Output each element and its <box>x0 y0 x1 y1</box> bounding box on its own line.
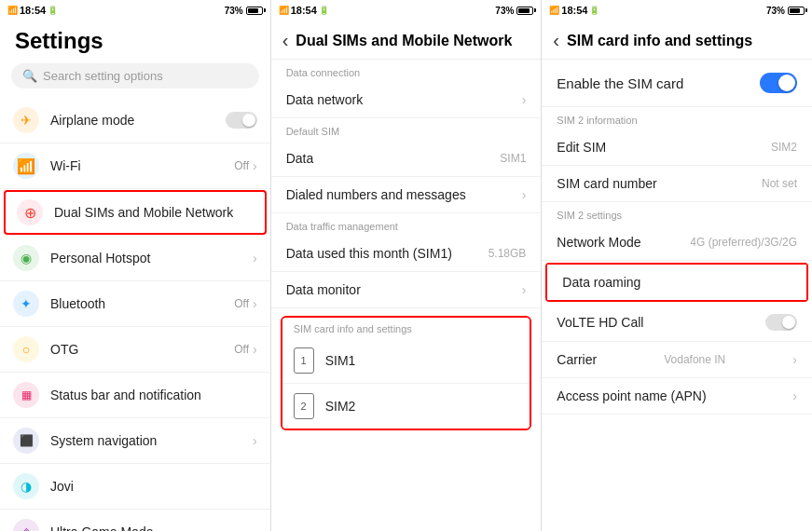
wifi-icon: 📶 <box>13 153 39 179</box>
navigation-icon: ⬛ <box>13 428 39 454</box>
settings-item-airplane[interactable]: ✈ Airplane mode <box>0 98 270 143</box>
settings-item-bluetooth[interactable]: ✦ Bluetooth Off › <box>0 281 270 327</box>
settings-item-statusbar[interactable]: ▦ Status bar and notification <box>0 373 270 418</box>
signal-icon-3: 📶 <box>549 6 559 15</box>
otg-label: OTG <box>50 342 234 357</box>
status-bar-2: 📶 18:54 🔋 73% <box>271 0 542 20</box>
time-2: 18:54 <box>291 5 317 16</box>
airplane-toggle[interactable] <box>226 112 257 129</box>
panel2-header: ‹ Dual SIMs and Mobile Network <box>271 20 542 60</box>
battery-icon-2 <box>516 7 533 15</box>
settings-item-gamemode[interactable]: ◈ Ultra Game Mode <box>0 510 270 531</box>
panel-settings: 📶 18:54 🔋 73% Settings 🔍 Search setting … <box>0 0 271 531</box>
enable-sim-label: Enable the SIM card <box>557 75 683 91</box>
dual-sim-icon: ⊕ <box>17 199 43 225</box>
section-sim2-settings: SIM 2 settings <box>542 202 812 225</box>
otg-icon: ○ <box>13 336 39 362</box>
panel-dual-sim: 📶 18:54 🔋 73% ‹ Dual SIMs and Mobile Net… <box>271 0 543 531</box>
list-item-data-used[interactable]: Data used this month (SIM1) 5.18GB <box>271 236 542 272</box>
status-bar-3: 📶 18:54 🔋 73% <box>542 0 812 20</box>
statusbar-icon: ▦ <box>13 382 39 408</box>
charging-icon-2: 🔋 <box>319 6 329 15</box>
back-button-3[interactable]: ‹ <box>553 30 559 51</box>
settings-item-hotspot[interactable]: ◉ Personal Hotspot › <box>0 236 270 281</box>
sim-item-2[interactable]: 2 SIM2 <box>282 384 530 429</box>
list-item-data-monitor[interactable]: Data monitor › <box>271 272 542 308</box>
navigation-label: System navigation <box>50 433 253 448</box>
panel3-title: SIM card info and settings <box>567 33 752 49</box>
list-item-apn[interactable]: Access point name (APN) › <box>542 378 812 415</box>
sim-card-section: SIM card info and settings 1 SIM1 2 SIM2 <box>281 316 532 430</box>
list-item-network-mode[interactable]: Network Mode 4G (preferred)/3G/2G <box>542 225 812 261</box>
section-data-connection: Data connection <box>271 60 542 82</box>
sim1-icon: 1 <box>294 347 314 374</box>
sim2-icon: 2 <box>294 393 314 419</box>
settings-item-jovi[interactable]: ◑ Jovi <box>0 464 270 510</box>
section-default-sim: Default SIM <box>271 118 542 141</box>
charging-icon-1: 🔋 <box>48 6 58 15</box>
airplane-icon: ✈ <box>13 107 39 133</box>
bluetooth-label: Bluetooth <box>50 296 234 311</box>
wifi-chevron: › <box>253 158 257 173</box>
panel-sim-info: 📶 18:54 🔋 73% ‹ SIM card info and settin… <box>542 0 812 531</box>
sim-item-1[interactable]: 1 SIM1 <box>282 338 530 384</box>
dual-sim-label: Dual SIMs and Mobile Network <box>54 205 254 220</box>
sim2-label: SIM2 <box>325 399 356 414</box>
back-button-2[interactable]: ‹ <box>282 30 289 51</box>
airplane-label: Airplane mode <box>50 113 226 128</box>
jovi-label: Jovi <box>50 479 257 494</box>
section-sim2-info: SIM 2 information <box>542 107 812 129</box>
settings-item-wifi[interactable]: 📶 Wi-Fi Off › <box>0 143 270 189</box>
status-bar-1: 📶 18:54 🔋 73% <box>0 0 270 20</box>
battery-percent-2: 73% <box>495 6 514 16</box>
bluetooth-value: Off <box>234 297 249 310</box>
sim-section-label: SIM card info and settings <box>282 318 530 338</box>
search-icon: 🔍 <box>22 69 37 83</box>
otg-value: Off <box>234 343 249 356</box>
wifi-label: Wi-Fi <box>50 158 234 173</box>
hotspot-chevron: › <box>253 251 257 266</box>
charging-icon-3: 🔋 <box>589 6 599 15</box>
list-item-edit-sim[interactable]: Edit SIM SIM2 <box>542 129 812 166</box>
search-placeholder: Search setting options <box>43 69 163 83</box>
list-item-data[interactable]: Data SIM1 <box>271 141 542 177</box>
panel3-header: ‹ SIM card info and settings <box>542 20 812 60</box>
panel2-title: Dual SIMs and Mobile Network <box>296 33 512 49</box>
time-3: 18:54 <box>561 5 587 16</box>
volte-toggle[interactable] <box>765 314 797 331</box>
gamemode-icon: ◈ <box>13 519 39 531</box>
hotspot-icon: ◉ <box>13 245 39 271</box>
list-item-dialed[interactable]: Dialed numbers and messages › <box>271 177 542 213</box>
section-traffic: Data traffic management <box>271 213 542 236</box>
battery-icon-1 <box>246 7 263 15</box>
jovi-icon: ◑ <box>13 473 39 499</box>
list-item-carrier[interactable]: Carrier Vodafone IN › <box>542 342 812 378</box>
wifi-value: Off <box>234 159 249 172</box>
signal-icon-2: 📶 <box>279 6 289 15</box>
gamemode-label: Ultra Game Mode <box>50 524 257 531</box>
bluetooth-chevron: › <box>253 296 257 311</box>
time-1: 18:54 <box>20 5 46 16</box>
bluetooth-icon: ✦ <box>13 291 39 317</box>
list-item-sim-number[interactable]: SIM card number Not set <box>542 166 812 202</box>
list-item-volte[interactable]: VoLTE HD Call <box>542 304 812 342</box>
settings-title: Settings <box>0 20 270 63</box>
settings-item-otg[interactable]: ○ OTG Off › <box>0 327 270 373</box>
list-item-data-network[interactable]: Data network › <box>271 82 542 118</box>
navigation-chevron: › <box>253 433 257 448</box>
enable-sim-item[interactable]: Enable the SIM card <box>542 60 812 107</box>
hotspot-label: Personal Hotspot <box>50 251 253 266</box>
enable-sim-toggle[interactable] <box>760 73 797 93</box>
battery-icon-3 <box>788 7 805 15</box>
settings-item-navigation[interactable]: ⬛ System navigation › <box>0 418 270 464</box>
signal-icon-1: 📶 <box>7 6 18 15</box>
otg-chevron: › <box>253 342 257 357</box>
list-item-data-roaming[interactable]: Data roaming <box>547 265 806 300</box>
settings-item-dual-sim[interactable]: ⊕ Dual SIMs and Mobile Network <box>4 190 267 235</box>
battery-percent-1: 73% <box>225 6 243 16</box>
battery-percent-3: 73% <box>766 6 785 16</box>
search-bar[interactable]: 🔍 Search setting options <box>11 63 259 88</box>
statusbar-label: Status bar and notification <box>50 388 257 402</box>
sim1-label: SIM1 <box>325 353 356 368</box>
data-roaming-highlighted: Data roaming <box>545 263 808 302</box>
